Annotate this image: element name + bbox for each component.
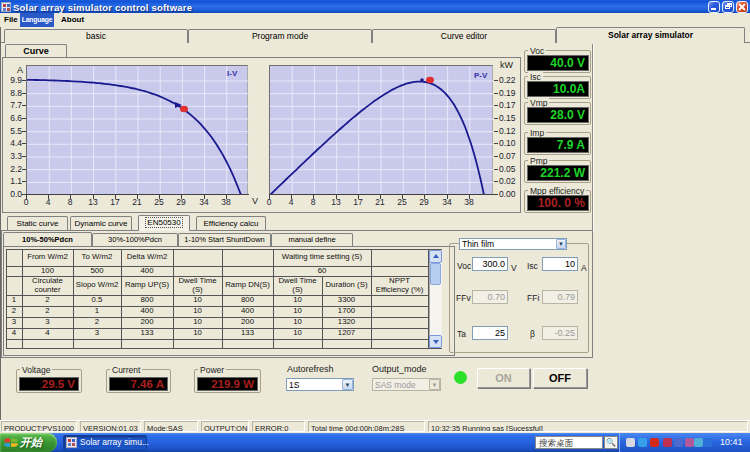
svg-text:I-V: I-V — [227, 69, 238, 78]
svg-text:P-V: P-V — [474, 71, 488, 80]
